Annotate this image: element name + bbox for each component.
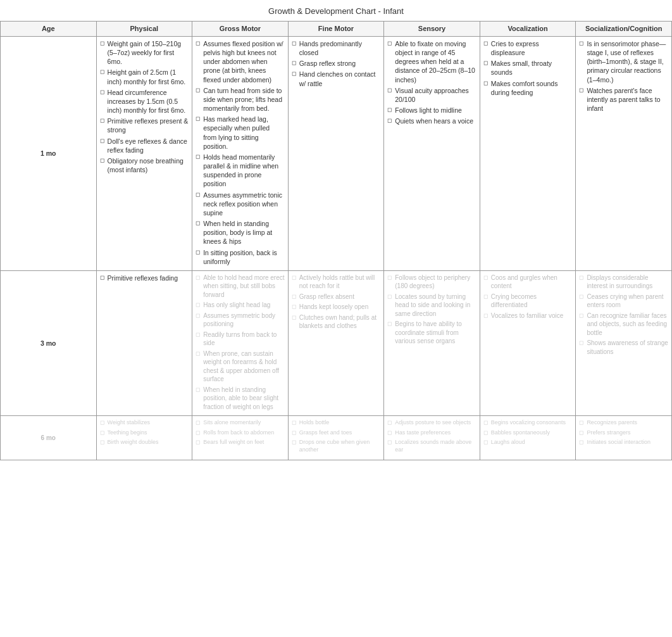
table-cell: Hands predominantly closedGrasp reflex s… bbox=[288, 36, 384, 270]
list-item: When held in standing position, able to … bbox=[196, 386, 285, 412]
header-socialization: Socialization/Cognition bbox=[576, 22, 672, 37]
list-item: Localizes sounds made above ear bbox=[387, 438, 476, 453]
list-item: Follows object to periphery (180 degrees… bbox=[387, 274, 476, 291]
list-item: Head circumference increases by 1.5cm (0… bbox=[100, 88, 189, 115]
list-item: Locates sound by turning head to side an… bbox=[387, 293, 476, 318]
age-cell: 6 mo bbox=[1, 416, 97, 460]
list-item: Can turn head from side to side when pro… bbox=[196, 86, 285, 113]
table-cell: Able to fixate on moving object in range… bbox=[384, 36, 480, 270]
list-item: Sits alone momentarily bbox=[196, 419, 285, 426]
list-item: Laughs aloud bbox=[483, 438, 573, 446]
list-item: Birth weight doubles bbox=[100, 438, 189, 446]
list-item: Has taste preferences bbox=[387, 429, 476, 436]
list-item: Holds bottle bbox=[292, 419, 381, 426]
list-item: Doll's eye reflexes & dance reflex fadin… bbox=[100, 137, 189, 155]
list-item: Crying becomes differentiated bbox=[483, 293, 573, 310]
list-item: Assumes symmetric body positioning bbox=[196, 312, 285, 329]
list-item: Watches parent's face intently as parent… bbox=[579, 86, 668, 113]
table-cell: Actively holds rattle but will not reach… bbox=[288, 270, 384, 416]
table-cell: Cries to express displeasureMakes small,… bbox=[480, 36, 576, 270]
list-item: When held in standing position, body is … bbox=[196, 219, 285, 246]
list-item: Prefers strangers bbox=[579, 429, 668, 436]
list-item: Rolls from back to abdomen bbox=[196, 429, 285, 436]
table-cell: Weight stabilizesTeething beginsBirth we… bbox=[96, 416, 192, 460]
table-cell: Coos and gurgles when contentCrying beco… bbox=[480, 270, 576, 416]
list-item: Height gain of 2.5cm (1 inch) monthly fo… bbox=[100, 68, 189, 85]
list-item: Begins vocalizing consonants bbox=[483, 419, 573, 426]
table-cell: Follows object to periphery (180 degrees… bbox=[384, 270, 480, 416]
list-item: Has marked head lag, especially when pul… bbox=[196, 115, 285, 151]
list-item: Clutches own hand; pulls at blankets and… bbox=[292, 313, 381, 331]
list-item: Displays considerable interest in surrou… bbox=[579, 274, 668, 291]
list-item: Weight gain of 150–210g (5–7oz) weekly f… bbox=[100, 39, 189, 66]
header-age: Age bbox=[1, 22, 97, 37]
list-item: Hand clenches on contact w/ rattle bbox=[292, 70, 381, 87]
list-item: Grasp reflex absent bbox=[292, 293, 381, 301]
list-item: Coos and gurgles when content bbox=[483, 274, 573, 291]
list-item: In sitting position, back is uniformly bbox=[196, 248, 285, 266]
table-cell: Displays considerable interest in surrou… bbox=[576, 270, 672, 416]
list-item: Is in sensorimotor phase—stage I, use of… bbox=[579, 39, 668, 84]
list-item: Initiates social interaction bbox=[579, 438, 668, 446]
table-cell: Begins vocalizing consonantsBabbles spon… bbox=[480, 416, 576, 460]
list-item: Hands predominantly closed bbox=[292, 39, 381, 57]
list-item: Bears full weight on feet bbox=[196, 438, 285, 446]
table-cell: Able to hold head more erect when sittin… bbox=[192, 270, 289, 416]
list-item: Holds head momentarily parallel & in mid… bbox=[196, 153, 285, 189]
list-item: Vocalizes to familiar voice bbox=[483, 312, 573, 320]
list-item: Drops one cube when given another bbox=[292, 438, 381, 453]
list-item: Visual acuity approaches 20/100 bbox=[387, 86, 476, 104]
header-physical: Physical bbox=[96, 22, 192, 37]
age-cell: 1 mo bbox=[1, 36, 97, 270]
page-title: Growth & Development Chart - Infant bbox=[0, 0, 672, 21]
list-item: Assumes asymmetric tonic neck reflex pos… bbox=[196, 191, 285, 218]
list-item: Ceases crying when parent enters room bbox=[579, 293, 668, 310]
list-item: Can recognize familiar faces and objects… bbox=[579, 312, 668, 337]
list-item: Begins to have ability to coordinate sti… bbox=[387, 320, 476, 346]
list-item: Makes comfort sounds during feeding bbox=[483, 79, 573, 97]
list-item: Actively holds rattle but will not reach… bbox=[292, 274, 381, 291]
header-vocalization: Vocalization bbox=[480, 22, 576, 37]
table-cell: Adjusts posture to see objectsHas taste … bbox=[384, 416, 480, 460]
list-item: Makes small, throaty sounds bbox=[483, 59, 573, 77]
list-item: Shows awareness of strange situations bbox=[579, 339, 668, 356]
list-item: Cries to express displeasure bbox=[483, 39, 573, 57]
list-item: Grasp reflex strong bbox=[292, 59, 381, 68]
table-cell: Is in sensorimotor phase—stage I, use of… bbox=[576, 36, 672, 270]
list-item: Adjusts posture to see objects bbox=[387, 419, 476, 426]
list-item: Grasps feet and toes bbox=[292, 429, 381, 436]
list-item: Able to fixate on moving object in range… bbox=[387, 39, 476, 84]
table-cell: Holds bottleGrasps feet and toesDrops on… bbox=[288, 416, 384, 460]
table-cell: Assumes flexed position w/ pelvis high b… bbox=[192, 36, 289, 270]
list-item: Obligatory nose breathing (most infants) bbox=[100, 156, 189, 174]
table-cell: Weight gain of 150–210g (5–7oz) weekly f… bbox=[96, 36, 192, 270]
list-item: Teething begins bbox=[100, 429, 189, 436]
list-item: Weight stabilizes bbox=[100, 419, 189, 426]
growth-chart: Age Physical Gross Motor Fine Motor Sens… bbox=[0, 21, 672, 460]
list-item: When prone, can sustain weight on forear… bbox=[196, 350, 285, 384]
age-cell: 3 mo bbox=[1, 270, 97, 416]
list-item: Able to hold head more erect when sittin… bbox=[196, 274, 285, 300]
header-fine-motor: Fine Motor bbox=[288, 22, 384, 37]
list-item: Follows light to midline bbox=[387, 106, 476, 115]
list-item: Babbles spontaneously bbox=[483, 429, 573, 436]
list-item: Readily turns from back to side bbox=[196, 331, 285, 348]
list-item: Recognizes parents bbox=[579, 419, 668, 426]
list-item: Assumes flexed position w/ pelvis high b… bbox=[196, 39, 285, 84]
table-cell: Primitive reflexes fading bbox=[96, 270, 192, 416]
list-item: Primitive reflexes fading bbox=[100, 274, 189, 282]
list-item: Quiets when hears a voice bbox=[387, 117, 476, 125]
table-cell: Sits alone momentarilyRolls from back to… bbox=[192, 416, 289, 460]
header-sensory: Sensory bbox=[384, 22, 480, 37]
header-gross-motor: Gross Motor bbox=[192, 22, 289, 37]
list-item: Primitive reflexes present & strong bbox=[100, 117, 189, 134]
list-item: Hands kept loosely open bbox=[292, 303, 381, 312]
table-cell: Recognizes parentsPrefers strangersIniti… bbox=[576, 416, 672, 460]
list-item: Has only slight head lag bbox=[196, 301, 285, 310]
